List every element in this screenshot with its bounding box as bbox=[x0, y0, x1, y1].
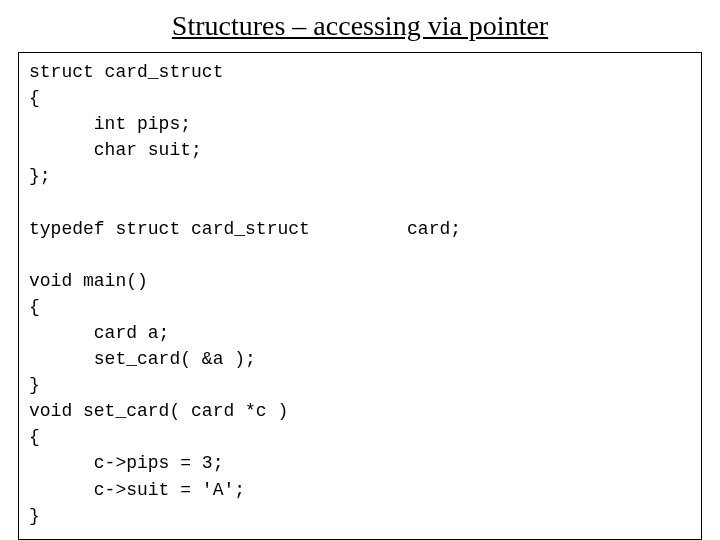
slide-title: Structures – accessing via pointer bbox=[18, 10, 702, 42]
code-block: struct card_struct { int pips; char suit… bbox=[18, 52, 702, 540]
